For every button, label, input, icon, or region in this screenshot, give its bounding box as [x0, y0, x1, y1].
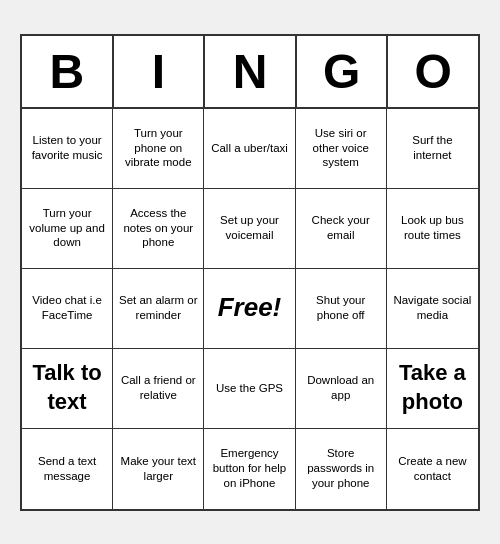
- bingo-cell-11: Set an alarm or reminder: [113, 269, 204, 349]
- bingo-cell-22: Emergency button for help on iPhone: [204, 429, 295, 509]
- bingo-cell-16: Call a friend or relative: [113, 349, 204, 429]
- bingo-card: BINGO Listen to your favorite musicTurn …: [20, 34, 480, 511]
- bingo-header: BINGO: [22, 36, 478, 109]
- bingo-cell-14: Navigate social media: [387, 269, 478, 349]
- bingo-cell-24: Create a new contact: [387, 429, 478, 509]
- header-letter-n: N: [205, 36, 297, 109]
- header-letter-o: O: [388, 36, 478, 109]
- bingo-cell-17: Use the GPS: [204, 349, 295, 429]
- header-letter-g: G: [297, 36, 389, 109]
- bingo-cell-12: Free!: [204, 269, 295, 349]
- bingo-cell-19: Take a photo: [387, 349, 478, 429]
- bingo-cell-1: Turn your phone on vibrate mode: [113, 109, 204, 189]
- bingo-cell-8: Check your email: [296, 189, 387, 269]
- bingo-cell-4: Surf the internet: [387, 109, 478, 189]
- bingo-grid: Listen to your favorite musicTurn your p…: [22, 109, 478, 509]
- bingo-cell-3: Use siri or other voice system: [296, 109, 387, 189]
- bingo-cell-15: Talk to text: [22, 349, 113, 429]
- bingo-cell-0: Listen to your favorite music: [22, 109, 113, 189]
- bingo-cell-20: Send a text message: [22, 429, 113, 509]
- bingo-cell-2: Call a uber/taxi: [204, 109, 295, 189]
- bingo-cell-23: Store passwords in your phone: [296, 429, 387, 509]
- bingo-cell-13: Shut your phone off: [296, 269, 387, 349]
- bingo-cell-18: Download an app: [296, 349, 387, 429]
- bingo-cell-9: Look up bus route times: [387, 189, 478, 269]
- header-letter-i: I: [114, 36, 206, 109]
- bingo-cell-10: Video chat i.e FaceTime: [22, 269, 113, 349]
- bingo-cell-6: Access the notes on your phone: [113, 189, 204, 269]
- bingo-cell-7: Set up your voicemail: [204, 189, 295, 269]
- header-letter-b: B: [22, 36, 114, 109]
- bingo-cell-5: Turn your volume up and down: [22, 189, 113, 269]
- bingo-cell-21: Make your text larger: [113, 429, 204, 509]
